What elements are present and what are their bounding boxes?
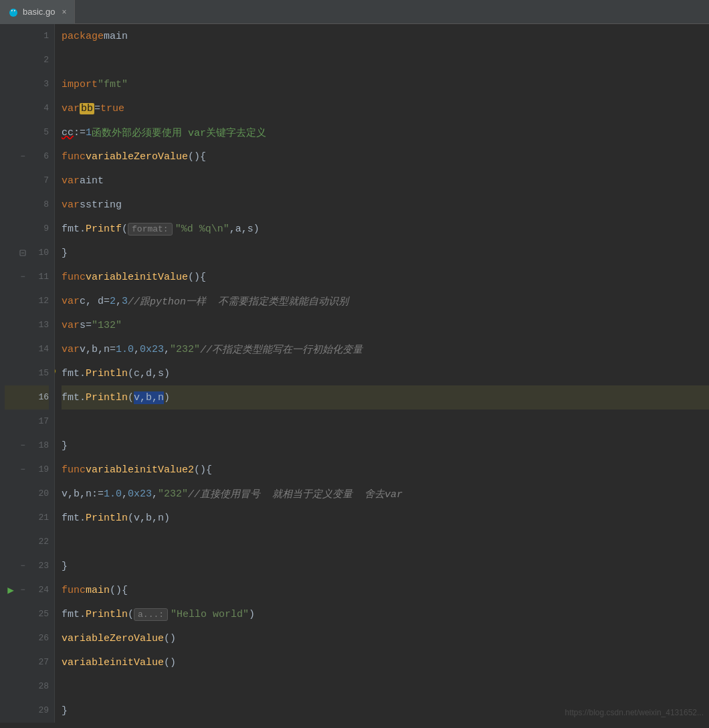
code-line: func variableinitValue(){ (62, 265, 709, 289)
line-number: 19 (29, 458, 49, 482)
gutter-line: 9 (5, 217, 49, 241)
gutter-line: 2 (5, 48, 49, 72)
gutter-line: −23 (5, 554, 49, 578)
gutter-line: 3 (5, 72, 49, 96)
a-hint: a...: (134, 608, 168, 621)
fold-icon[interactable]: − (18, 441, 27, 450)
line-number: 7 (29, 169, 49, 193)
gutter-line: −11 (5, 265, 49, 289)
gutter-line: 26 (5, 626, 49, 650)
code-line: package main (62, 24, 709, 48)
gutter-line: 14 (5, 337, 49, 361)
code-line: variableinitValue() (62, 650, 709, 674)
code-line: var bb =true (62, 96, 709, 120)
gutter-line: 13 (5, 313, 49, 337)
line-number: 21 (29, 506, 49, 530)
fold-icon[interactable] (18, 250, 27, 256)
gutter-line: 27 (5, 650, 49, 674)
gutter-line: 17 (5, 410, 49, 434)
fold-icon[interactable]: − (18, 561, 27, 571)
gutter-line: 1 (5, 24, 49, 48)
go-gopher-icon (8, 7, 19, 17)
gutter-line: 8 (5, 193, 49, 217)
line-number: 10 (29, 241, 49, 265)
line-number: 3 (29, 72, 49, 96)
line-number: 16 (29, 385, 49, 410)
line-number: 22 (29, 530, 49, 554)
gutter-line: 16 (5, 385, 49, 410)
gutter-line: −6 (5, 145, 49, 169)
line-number: 24 (29, 578, 49, 602)
gutter: 12345−678910−11121314151617−18−19202122−… (0, 24, 55, 723)
gutter-line: 29 (5, 699, 49, 723)
code-line: var v,b,n = 1.0,0x23,"232"//不指定类型能写在一行初始… (62, 337, 709, 361)
gutter-line: −19 (5, 458, 49, 482)
line-number: 5 (29, 120, 49, 145)
gutter-line: 5 (5, 120, 49, 145)
line-number: 14 (29, 337, 49, 361)
line-number: 11 (29, 265, 49, 289)
code-line: v,b,n := 1.0,0x23,"232"//直接使用冒号 就相当于定义变量… (62, 482, 709, 506)
line-number: 1 (29, 24, 49, 48)
code-line: var a int (62, 169, 709, 193)
line-number: 29 (29, 699, 49, 723)
fold-icon[interactable]: − (18, 272, 27, 282)
gutter-line: 22 (5, 530, 49, 554)
code-line (62, 48, 709, 72)
tab-filename: basic.go (23, 7, 55, 17)
format-hint: format: (128, 223, 173, 236)
code-line: fmt.Println(v,b,n) (62, 385, 709, 410)
gutter-line: 25 (5, 602, 49, 626)
fold-icon[interactable]: − (18, 585, 27, 595)
svg-point-4 (12, 10, 13, 11)
code-line: variableZeroValue() (62, 626, 709, 650)
editor-wrapper: 12345−678910−11121314151617−18−19202122−… (0, 24, 709, 723)
code-line: } (62, 241, 709, 265)
gutter-line: −18 (5, 434, 49, 458)
line-number: 23 (29, 554, 49, 578)
line-number: 15 (29, 361, 49, 385)
tab-basic-go[interactable]: basic.go × (0, 0, 75, 24)
code-line: fmt.Println(a...: "Hello world") (62, 602, 709, 626)
code-line: var s ="132" (62, 313, 709, 337)
gutter-line: 12 (5, 289, 49, 313)
watermark: https://blog.csdn.net/weixin_4131652... (565, 708, 704, 717)
code-line: cc := 1 函数外部必须要使用 var关键字去定义 (62, 120, 709, 145)
gutter-line: 7 (5, 169, 49, 193)
code-area[interactable]: package mainimport "fmt"var bb =truecc :… (55, 24, 709, 723)
line-number: 28 (29, 674, 49, 699)
code-line (62, 410, 709, 434)
run-icon-cell[interactable]: ▶ (5, 583, 17, 597)
code-line: func variableinitValue2(){ (62, 458, 709, 482)
line-number: 6 (29, 145, 49, 169)
gutter-line: ▶−24 (5, 578, 49, 602)
gutter-line: 15 (5, 361, 49, 385)
line-number: 9 (29, 217, 49, 241)
code-line: 💡 fmt.Println(c,d,s) (62, 361, 709, 385)
code-line: func main(){ (62, 578, 709, 602)
fold-icon[interactable]: − (18, 465, 27, 474)
fold-icon[interactable]: − (18, 152, 27, 161)
code-line: fmt.Println(v,b,n) (62, 506, 709, 530)
lightbulb-icon[interactable]: 💡 (55, 368, 58, 379)
code-line (62, 530, 709, 554)
line-number: 13 (29, 313, 49, 337)
code-line: var s string (62, 193, 709, 217)
code-line (62, 674, 709, 699)
line-number: 8 (29, 193, 49, 217)
close-icon[interactable]: × (62, 7, 66, 17)
code-line: } (62, 434, 709, 458)
svg-point-5 (15, 10, 15, 11)
gutter-line: 20 (5, 482, 49, 506)
gutter-line: 21 (5, 506, 49, 530)
gutter-line: 10 (5, 241, 49, 265)
line-number: 2 (29, 48, 49, 72)
line-number: 27 (29, 650, 49, 674)
code-line: var c, d = 2, 3//跟python一样 不需要指定类型就能自动识别 (62, 289, 709, 313)
code-line: import "fmt" (62, 72, 709, 96)
tab-bar: basic.go × (0, 0, 709, 24)
gutter-line: 4 (5, 96, 49, 120)
code-line: func variableZeroValue(){ (62, 145, 709, 169)
line-number: 20 (29, 482, 49, 506)
line-number: 25 (29, 602, 49, 626)
